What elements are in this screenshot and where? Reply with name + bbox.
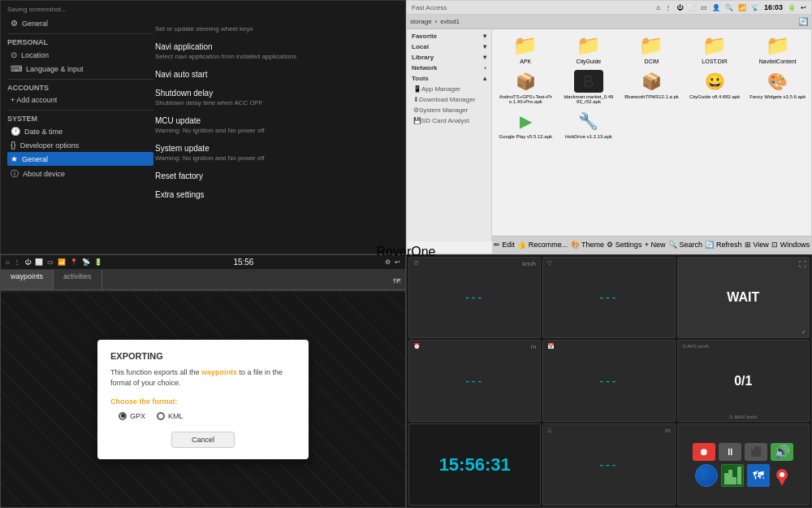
files-icon-signal[interactable]: 📶 <box>738 4 746 11</box>
format-options: GPX KML <box>110 412 296 420</box>
file-blackmart-apk[interactable]: B blackmart.market_0.49 93_r52.apk <box>559 68 620 106</box>
apk-icon: B <box>574 70 603 93</box>
dash-time: 15:56:31 <box>408 423 541 506</box>
files-fast-access: Fast Access <box>412 4 447 11</box>
format-kml-option[interactable]: KML <box>157 412 184 420</box>
apk-icon: 🎨 <box>763 70 793 93</box>
map-icon[interactable]: 🗺 <box>747 464 770 487</box>
location-icon: ⊙ <box>11 50 17 59</box>
file-fancy-apk[interactable]: 🎨 Fancy Widgets v3.5.6.apk <box>747 68 808 106</box>
format-gpx-option[interactable]: GPX <box>119 412 145 420</box>
sidebar-library[interactable]: Library ▾ <box>407 52 491 63</box>
globe-icon[interactable] <box>695 464 718 487</box>
info-icon: ⓘ <box>11 168 19 180</box>
panel-dashboard: ⏱ km/h --- ▽ --- WAIT ⛶ ✓ ⏰ m --- 📅 --- … <box>406 254 812 509</box>
settings-language[interactable]: ⌨ Language & input <box>7 62 153 76</box>
cancel-button[interactable]: Cancel <box>171 432 235 448</box>
files-icon-screen[interactable]: ▭ <box>701 4 707 11</box>
sidebar-favorite[interactable]: Favorite ▾ <box>407 31 491 41</box>
files-icon-search[interactable]: 🔍 <box>725 4 733 11</box>
folder-icon: 📁 <box>637 34 666 57</box>
code-icon: {} <box>11 141 16 150</box>
settings-location[interactable]: ⊙ Location <box>7 48 153 62</box>
dash-triangle: △ m --- <box>542 423 675 506</box>
file-bluetooth-apk[interactable]: 📦 BluetoothTPMS12.1.a pk <box>621 68 682 106</box>
file-androits-apk[interactable]: 📦 AndroiTS+GPS+Test+Pr o.1.40+Pro.apk <box>495 68 556 106</box>
settings-gear-item[interactable]: ⚙ General <box>7 16 153 30</box>
dash-signal: ▽ --- <box>542 257 675 339</box>
files-icon-menu[interactable]: ⋮ <box>665 4 672 11</box>
chart-bar-4 <box>737 467 741 484</box>
files-icon-power[interactable]: ⏻ <box>676 4 683 11</box>
sidebar-local[interactable]: Local ▾ <box>407 41 491 52</box>
apk-icon: 😀 <box>700 70 729 93</box>
format-kml-label: KML <box>168 412 184 420</box>
settings-general-active[interactable]: ★ General <box>7 152 153 166</box>
file-gplay-apk[interactable]: ▶ Google Play v5.5.12.apk <box>495 108 556 141</box>
volume-button[interactable]: 🔊 <box>771 443 793 461</box>
settings-add-account[interactable]: + Add account <box>7 93 153 106</box>
brand-logo: RoverOne <box>377 245 436 259</box>
dash-score: ⊙ AVG km/h 0/1 ⊙ MAX km/h <box>677 340 810 422</box>
file-apk-folder[interactable]: 📁 APK <box>495 33 556 66</box>
clock-icon: 🕐 <box>11 127 20 136</box>
folder-icon: 📁 <box>700 34 729 57</box>
sidebar-download-manager[interactable]: ⬇Download Manager <box>407 94 491 105</box>
max-label: ⊙ MAX km/h <box>729 414 757 419</box>
control-buttons-row: ⏺ ⏸ ⬛ 🔊 <box>693 443 793 461</box>
nav-map-icon[interactable]: 🗺 <box>393 277 400 285</box>
settings-developer[interactable]: {} Developer options <box>7 138 153 152</box>
radio-gpx-dot[interactable] <box>119 412 127 420</box>
file-cityguide-apk[interactable]: 😀 CityGuide v8.4.682.apk <box>685 68 745 106</box>
dialog-format-label: Choose the format: <box>110 397 296 406</box>
alt-unit: m <box>531 343 537 350</box>
folder-icon: 📁 <box>574 34 603 57</box>
chevron-down-icon: ▾ <box>483 54 486 61</box>
chart-bar-1 <box>724 473 728 484</box>
tab-waypoints[interactable]: waypoints <box>1 270 54 289</box>
record-button[interactable]: ⏺ <box>693 443 715 461</box>
chart-icon[interactable] <box>721 464 744 487</box>
svg-point-2 <box>780 472 784 477</box>
sidebar-tools[interactable]: Tools ▴ <box>407 73 491 84</box>
pin-icon[interactable] <box>773 465 791 486</box>
accounts-section-title: ACCOUNTS <box>7 84 153 92</box>
nav-tab-icons: 🗺 <box>388 270 405 289</box>
chevron-up-icon: ▴ <box>483 75 486 82</box>
pause-button[interactable]: ⏸ <box>719 443 741 461</box>
divider-accounts <box>7 79 153 80</box>
files-icon-back[interactable]: ↩ <box>801 4 806 11</box>
file-lostdir-folder[interactable]: 📁 LOST.DIR <box>685 33 745 66</box>
settings-datetime[interactable]: 🕐 Date & time <box>7 124 153 138</box>
divider-system <box>7 110 153 111</box>
format-gpx-label: GPX <box>130 412 145 420</box>
tab-activities[interactable]: activities <box>54 270 102 289</box>
settings-navi-app: Navi application Select navi application… <box>155 42 402 60</box>
chevron-down-icon: ▾ <box>483 33 486 40</box>
file-navitel-folder[interactable]: 📁 NavitelContent <box>747 33 808 66</box>
breadcrumb-storage[interactable]: storage <box>410 18 432 25</box>
files-icon-people[interactable]: 👤 <box>712 4 720 11</box>
sidebar-system-manager[interactable]: ⚙System Manager <box>407 105 491 115</box>
file-dcim-folder[interactable]: 📁 DCIM <box>621 33 682 66</box>
files-icon-home[interactable]: ⌂ <box>656 4 660 11</box>
sidebar-network[interactable]: Network › <box>407 63 491 73</box>
chart-bar-2 <box>728 470 732 484</box>
triangle-unit: m <box>665 427 671 434</box>
stop-button[interactable]: ⬛ <box>745 443 767 461</box>
system-section-title: SYSTEM <box>7 115 153 123</box>
export-dialog: EXPORTING This function exports all the … <box>97 340 309 459</box>
sidebar-sd-analyst[interactable]: 💾SD Card Analyst <box>407 115 491 126</box>
panel-nav: ⌂ ⋮ ⏻ ⬜ ▭ 📶 📍 📡 🔋 15:56 ⚙ ↩ waypoints ac… <box>0 254 406 509</box>
breadcrumb-extsd[interactable]: extsd1 <box>440 18 460 25</box>
files-icon-copy[interactable]: ⬜ <box>688 4 696 11</box>
direction-icon-label: 📅 <box>547 343 555 350</box>
radio-kml-dot[interactable] <box>157 412 165 420</box>
file-hobdrive-apk[interactable]: 🔧 HobDrive v1.2.13.apk <box>559 108 620 141</box>
breadcrumb-refresh-icon[interactable]: 🔄 <box>798 17 808 26</box>
file-cityguide-folder[interactable]: 📁 CityGuide <box>559 33 620 66</box>
sidebar-app-manager[interactable]: 📱App Manager <box>407 84 491 94</box>
settings-about[interactable]: ⓘ About device <box>7 166 153 182</box>
apk-icon: 📦 <box>511 70 540 93</box>
files-main-area: Favorite ▾ Local ▾ Library ▾ Network › T… <box>407 29 811 241</box>
